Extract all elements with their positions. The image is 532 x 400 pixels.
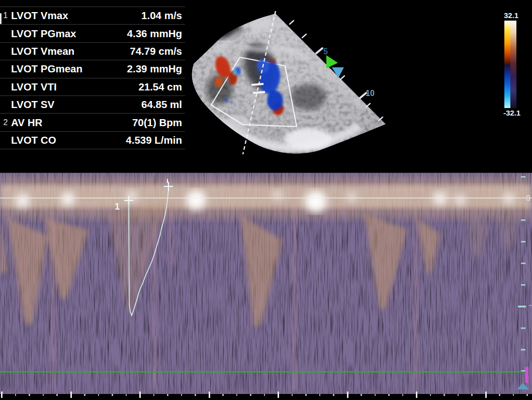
time-axis-dot-tick [499,394,500,396]
measurement-value: 4.539 L/min [126,134,182,146]
2d-color-doppler-image: 5 10 [189,3,390,161]
time-axis-dot-tick [29,394,30,396]
measurement-value: 4.36 mmHg [127,28,182,40]
depth-label-10: 10 [366,89,375,97]
measurement-label: LVOT SV [11,98,54,111]
measurement-value: 64.85 ml [141,98,182,111]
focus-marker-icon[interactable] [326,55,338,68]
measure-marker-label: 1 [115,202,120,212]
measurement-value: 74.79 cm/s [130,45,182,57]
time-axis-dot-tick [98,394,100,396]
time-axis [0,390,532,400]
time-axis-dot-tick [15,394,17,396]
color-scale-bar: 32.1 -32.1 [503,11,532,117]
measurement-label: LVOT PGmean [11,63,82,75]
time-axis-dot-tick [458,394,459,396]
time-axis-major-tick [209,391,210,398]
measurement-results-panel: 1 LVOT Vmax 1.04 m/s LVOT PGmax 4.36 mmH… [0,7,185,149]
time-axis-major-tick [139,391,141,398]
time-axis-major-tick [70,391,72,398]
velocity-color-strip [504,21,510,108]
measurement-row: LVOT VTI 21.54 cm [0,78,185,95]
measurement-row: LVOT Vmean 74.79 cm/s [0,42,185,60]
time-axis-dot-tick [236,394,238,396]
time-axis-dot-tick [444,394,445,396]
depth-label-5: 5 [323,47,328,56]
measurement-value: 1.04 m/s [141,10,182,22]
measurement-row: LVOT CO 4.539 L/min [0,131,185,149]
time-axis-dot-tick [526,394,528,396]
measurement-row: LVOT PGmean 2.39 mmHg [0,60,185,77]
time-axis-dot-tick [388,394,390,396]
time-axis-major-tick [1,391,3,398]
measurement-label: LVOT VTI [11,81,57,93]
measurement-row: LVOT PGmax 4.36 mmHg [0,24,185,42]
time-axis-dot-tick [167,394,168,396]
time-axis-dot-tick [181,394,183,396]
time-axis-dot-tick [126,394,127,396]
spectral-baseline-band [0,177,532,218]
spectral-doppler-display: 0 1 [0,170,532,400]
time-axis-dot-tick [375,394,376,396]
time-axis-dot-tick [430,394,431,396]
time-axis-major-tick [416,391,417,398]
time-axis-dot-tick [250,394,251,396]
measurement-row: 1 LVOT Vmax 1.04 m/s [0,7,185,24]
time-axis-dot-tick [513,394,514,396]
time-axis-dot-tick [471,394,473,396]
ultrasound-screen: 1 LVOT Vmax 1.04 m/s LVOT PGmax 4.36 mmH… [0,0,532,400]
measurement-label: AV HR [11,117,42,129]
time-axis-dot-tick [112,394,113,396]
time-axis-dot-tick [153,394,155,396]
color-scale-max: 32.1 [504,11,532,20]
measurement-value: 21.54 cm [138,81,182,93]
measurement-label: LVOT CO [11,134,56,146]
measurement-row: LVOT SV 64.85 ml [0,95,185,113]
baseline-zero-label: 0 [526,194,530,203]
time-axis-dot-tick [222,394,224,396]
time-axis-dot-tick [333,394,334,396]
measurement-label: LVOT Vmean [11,45,74,57]
time-axis-major-tick [347,391,348,398]
time-axis-dot-tick [292,394,293,396]
time-axis-dot-tick [56,394,58,396]
measurement-label: LVOT PGmax [11,28,76,40]
sweep-cursor[interactable] [525,367,528,383]
time-axis-dot-tick [319,394,321,396]
clipped-bottom-label [107,398,145,400]
time-axis-dot-tick [361,394,362,396]
time-axis-dot-tick [305,394,307,396]
variance-color-strip [510,21,516,108]
time-axis-major-tick [278,391,279,398]
time-axis-dot-tick [195,394,196,396]
measurement-index: 2 [0,118,11,127]
time-axis-dot-tick [43,394,44,396]
time-axis-dot-tick [402,394,404,396]
time-axis-dot-tick [264,394,265,396]
color-scale-min: -32.1 [503,109,532,117]
measurement-row: 2 AV HR 70(1) Bpm [0,113,185,131]
time-axis-major-tick [485,391,487,398]
time-axis-dot-tick [84,394,85,396]
color-scale-gradient [504,21,516,108]
measurement-value: 2.39 mmHg [127,63,182,75]
measurement-label: LVOT Vmax [11,10,68,22]
measurement-value: 70(1) Bpm [132,117,182,129]
measurement-index: 1 [0,11,11,20]
